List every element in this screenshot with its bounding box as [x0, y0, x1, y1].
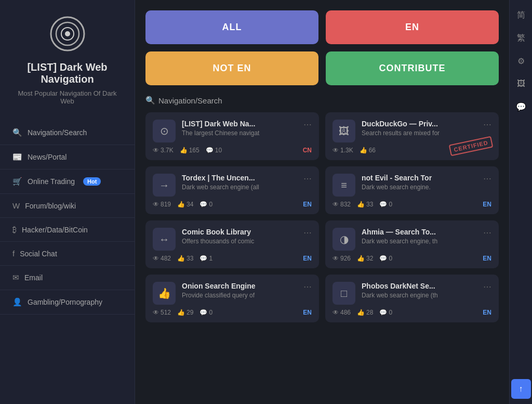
- views-stat-4: 👁482: [153, 255, 171, 262]
- sidebar-subtitle: Most Popular Navigation Of Dark Web: [0, 89, 135, 105]
- comment-icon-7: 💬: [379, 309, 387, 316]
- card-info-2: Tordex | The Uncen... Dark web search en…: [182, 174, 297, 191]
- nav-icon-1: 📰: [12, 152, 22, 162]
- nav-label-3: Forum/blog/wiki: [25, 202, 76, 210]
- card-menu-1[interactable]: ⋯: [483, 120, 491, 129]
- nav-icon-3: W: [12, 201, 20, 210]
- card-info-4: Comic Book Library Offers thousands of c…: [182, 228, 297, 245]
- card-title-2: Tordex | The Uncen...: [182, 174, 297, 182]
- comment-icon-5: 💬: [379, 255, 387, 262]
- sidebar-item-1[interactable]: 📰 News/Portal: [0, 145, 135, 170]
- card-header-4: ↔ Comic Book Library Offers thousands of…: [153, 228, 312, 251]
- thumb-icon-4: 👍: [177, 255, 185, 262]
- card-desc-0: The largest Chinese navigat: [182, 129, 297, 137]
- comment-icon-4: 💬: [200, 255, 207, 262]
- card-header-1: 🖼 DuckDuckGo — Priv... Search results ar…: [332, 120, 491, 142]
- filter-en-button[interactable]: EN: [326, 10, 499, 44]
- card-2[interactable]: → Tordex | The Uncen... Dark web search …: [145, 166, 319, 214]
- lang-badge-3: EN: [483, 201, 491, 208]
- card-info-5: Ahmia — Search To... Dark web search eng…: [362, 228, 477, 245]
- card-3[interactable]: ≡ not Evil - Search Tor Dark web search …: [325, 166, 499, 214]
- comments-stat-4: 💬1: [200, 255, 212, 262]
- card-menu-0[interactable]: ⋯: [303, 120, 312, 129]
- sidebar-item-7[interactable]: 👤 Gambling/Pornography: [0, 290, 135, 315]
- lang-badge-4: EN: [303, 255, 312, 262]
- card-icon-5: ◑: [332, 228, 355, 251]
- card-stats-2: 👁819 👍34 💬0 EN: [153, 201, 312, 208]
- thumb-icon-2: 👍: [177, 201, 185, 208]
- card-7[interactable]: □ Phobos DarkNet Se... Dark web search e…: [325, 275, 499, 322]
- filter-not-en-button[interactable]: NOT EN: [145, 51, 318, 85]
- lang-simplified-icon[interactable]: 简: [511, 5, 531, 25]
- sidebar-item-0[interactable]: 🔍 Navigation/Search: [0, 121, 135, 145]
- card-menu-3[interactable]: ⋯: [483, 174, 491, 184]
- card-1[interactable]: 🖼 DuckDuckGo — Priv... Search results ar…: [325, 112, 499, 160]
- nav-label-1: News/Portal: [28, 153, 66, 161]
- card-header-2: → Tordex | The Uncen... Dark web search …: [153, 174, 312, 197]
- section-title: 🔍 Navigation/Search: [145, 96, 499, 105]
- card-stats-4: 👁482 👍33 💬1 EN: [153, 255, 312, 262]
- sidebar-item-5[interactable]: f Social Chat: [0, 242, 135, 266]
- sidebar-item-6[interactable]: ✉ Email: [0, 266, 135, 290]
- card-icon-3: ≡: [332, 174, 355, 197]
- card-icon-4: ↔: [153, 228, 176, 251]
- views-stat-6: 👁512: [153, 309, 171, 316]
- lang-badge-0: CN: [303, 147, 312, 154]
- sidebar-item-2[interactable]: 🛒 Online Trading Hot: [0, 170, 135, 194]
- filter-all-button[interactable]: ALL: [145, 10, 318, 44]
- settings-icon[interactable]: ⚙: [511, 51, 531, 71]
- sidebar-item-4[interactable]: ₿ Hacker/Data/BitCoin: [0, 218, 135, 242]
- scroll-up-icon[interactable]: ↑: [511, 379, 531, 399]
- nav-icon-7: 👤: [12, 297, 22, 307]
- comment-icon-6: 💬: [200, 309, 207, 316]
- image-icon[interactable]: 🖼: [511, 74, 531, 94]
- nav-icon-6: ✉: [12, 273, 19, 282]
- card-6[interactable]: 👍 Onion Search Engine Provide classified…: [145, 275, 319, 322]
- right-panel: 简 繁 ⚙ 🖼 💬 ↑: [509, 0, 532, 404]
- nav-label-4: Hacker/Data/BitCoin: [22, 226, 88, 234]
- search-icon: 🔍: [145, 96, 155, 105]
- eye-icon-0: 👁: [153, 147, 159, 154]
- card-5[interactable]: ◑ Ahmia — Search To... Dark web search e…: [325, 220, 499, 268]
- card-header-5: ◑ Ahmia — Search To... Dark web search e…: [332, 228, 491, 251]
- sidebar-item-3[interactable]: W Forum/blog/wiki: [0, 194, 135, 218]
- app-logo: [49, 16, 86, 52]
- card-desc-4: Offers thousands of comic: [182, 238, 297, 245]
- likes-stat-0: 👍165: [180, 147, 200, 154]
- filter-contribute-button[interactable]: CONTRIBUTE: [326, 51, 499, 85]
- card-4[interactable]: ↔ Comic Book Library Offers thousands of…: [145, 220, 319, 268]
- card-0[interactable]: ⊙ [LIST] Dark Web Na... The largest Chin…: [145, 112, 319, 160]
- comment-icon-0: 💬: [206, 147, 214, 154]
- likes-stat-3: 👍33: [357, 201, 373, 208]
- card-menu-2[interactable]: ⋯: [303, 174, 312, 184]
- card-menu-6[interactable]: ⋯: [303, 282, 312, 292]
- eye-icon-5: 👁: [332, 255, 339, 262]
- card-info-6: Onion Search Engine Provide classified q…: [182, 282, 297, 299]
- lang-badge-5: EN: [483, 255, 491, 262]
- card-icon-1: 🖼: [332, 120, 355, 142]
- views-stat-0: 👁3.7K: [153, 147, 174, 154]
- thumb-icon-0: 👍: [180, 147, 188, 154]
- chat-icon[interactable]: 💬: [511, 97, 531, 116]
- hot-badge-2: Hot: [83, 177, 101, 186]
- card-menu-4[interactable]: ⋯: [303, 228, 312, 238]
- lang-traditional-icon[interactable]: 繁: [511, 28, 531, 48]
- thumb-icon-5: 👍: [357, 255, 365, 262]
- card-desc-3: Dark web search engine.: [362, 184, 477, 191]
- card-menu-5[interactable]: ⋯: [483, 228, 491, 238]
- card-menu-7[interactable]: ⋯: [483, 282, 491, 292]
- nav-icon-2: 🛒: [12, 177, 22, 186]
- views-stat-7: 👁486: [332, 309, 351, 316]
- eye-icon-2: 👁: [153, 201, 159, 208]
- card-icon-7: □: [332, 282, 355, 305]
- nav-icon-4: ₿: [12, 225, 17, 234]
- card-desc-2: Dark web search engine (all: [182, 184, 297, 191]
- views-stat-1: 👁1.3K: [332, 147, 353, 154]
- views-stat-5: 👁926: [332, 255, 351, 262]
- card-header-0: ⊙ [LIST] Dark Web Na... The largest Chin…: [153, 120, 312, 142]
- lang-badge-2: EN: [303, 201, 312, 208]
- card-stats-5: 👁926 👍32 💬0 EN: [332, 255, 491, 262]
- nav-icon-0: 🔍: [12, 128, 22, 137]
- likes-stat-7: 👍28: [357, 309, 373, 316]
- nav-icon-5: f: [12, 249, 15, 258]
